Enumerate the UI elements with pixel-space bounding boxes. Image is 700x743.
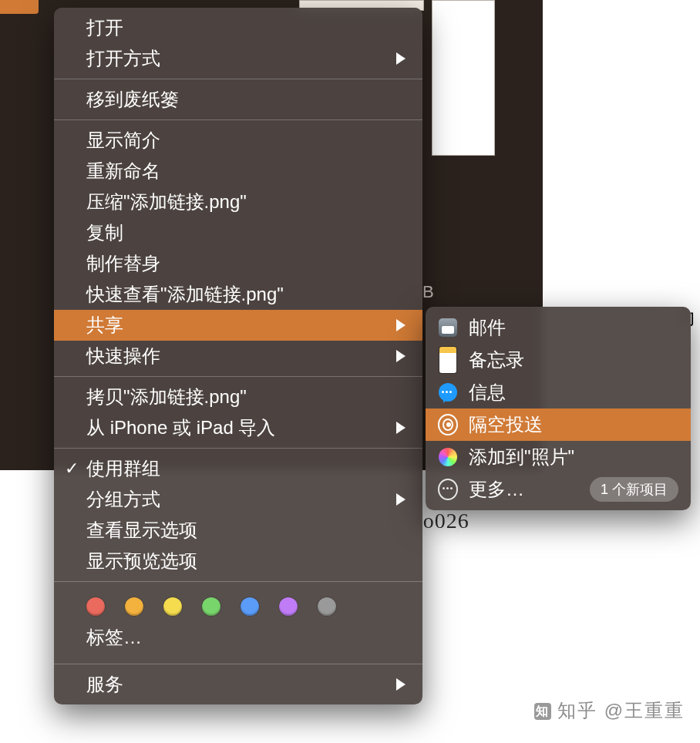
menu-tags[interactable]: 标签… bbox=[54, 620, 422, 659]
menu-group-by-label: 分组方式 bbox=[86, 487, 160, 512]
menu-import[interactable]: 从 iPhone 或 iPad 导入 bbox=[54, 412, 422, 443]
notes-icon bbox=[438, 350, 458, 370]
menu-alias-label: 制作替身 bbox=[86, 251, 160, 276]
menu-copy[interactable]: 拷贝"添加链接.png" bbox=[54, 382, 422, 412]
chevron-right-icon bbox=[396, 319, 406, 331]
menu-group-by[interactable]: 分组方式 bbox=[54, 484, 422, 515]
chevron-right-icon bbox=[396, 422, 406, 434]
finder-tag-dot[interactable] bbox=[125, 597, 143, 616]
menu-trash-label: 移到废纸篓 bbox=[86, 87, 179, 112]
menu-import-label: 从 iPhone 或 iPad 导入 bbox=[86, 415, 275, 440]
finder-tags-row bbox=[54, 587, 422, 620]
finder-tag-dot[interactable] bbox=[318, 597, 336, 616]
share-messages-label: 信息 bbox=[469, 380, 506, 405]
menu-quicklook-label: 快速查看"添加链接.png" bbox=[86, 282, 284, 307]
zhihu-logo-icon: 知 bbox=[534, 703, 551, 720]
menu-share[interactable]: 共享 bbox=[54, 310, 422, 341]
messages-icon bbox=[438, 382, 458, 402]
checkmark-icon: ✓ bbox=[65, 459, 79, 479]
menu-compress-label: 压缩"添加链接.png" bbox=[86, 190, 247, 214]
context-menu: 打开 打开方式 移到废纸篓 显示简介 重新命名 压缩"添加链接.png" 复制 … bbox=[54, 8, 422, 704]
share-notes[interactable]: 备忘录 bbox=[426, 344, 691, 376]
menu-use-groups-label: 使用群组 bbox=[86, 456, 160, 481]
menu-separator bbox=[54, 376, 422, 377]
share-airdrop-label: 隔空投送 bbox=[469, 412, 543, 437]
menu-rename[interactable]: 重新命名 bbox=[54, 156, 422, 187]
chevron-right-icon bbox=[396, 52, 406, 65]
chevron-right-icon bbox=[396, 493, 406, 506]
chevron-right-icon bbox=[396, 678, 406, 691]
menu-open-label: 打开 bbox=[86, 15, 123, 40]
menu-get-info-label: 显示简介 bbox=[86, 128, 160, 153]
photos-icon bbox=[438, 447, 458, 467]
new-items-badge: 1 个新项目 bbox=[590, 477, 678, 502]
share-more-label: 更多… bbox=[469, 477, 524, 502]
chevron-right-icon bbox=[396, 350, 406, 362]
finder-tag-dot[interactable] bbox=[202, 597, 220, 616]
menu-separator bbox=[54, 119, 422, 120]
share-photos-label: 添加到"照片" bbox=[469, 445, 574, 469]
menu-open[interactable]: 打开 bbox=[54, 12, 422, 43]
menu-separator bbox=[54, 448, 422, 449]
menu-alias[interactable]: 制作替身 bbox=[54, 248, 422, 279]
menu-quick-actions[interactable]: 快速操作 bbox=[54, 341, 422, 372]
more-icon bbox=[438, 479, 458, 499]
menu-tags-label: 标签… bbox=[86, 627, 142, 647]
share-mail[interactable]: 邮件 bbox=[426, 311, 691, 344]
menu-services[interactable]: 服务 bbox=[54, 669, 422, 700]
share-messages[interactable]: 信息 bbox=[426, 376, 691, 408]
background-text-io: io026 bbox=[416, 509, 469, 533]
mail-icon bbox=[438, 318, 458, 338]
finder-tag-dot[interactable] bbox=[163, 597, 182, 616]
watermark-text: 知乎 @王重重 bbox=[557, 700, 685, 721]
menu-get-info[interactable]: 显示简介 bbox=[54, 125, 422, 156]
size-label: B bbox=[422, 282, 434, 302]
share-photos[interactable]: 添加到"照片" bbox=[426, 441, 691, 473]
menu-compress[interactable]: 压缩"添加链接.png" bbox=[54, 187, 422, 217]
menu-separator bbox=[54, 664, 422, 664]
share-notes-label: 备忘录 bbox=[469, 348, 524, 372]
share-submenu: 邮件 备忘录 信息 隔空投送 添加到"照片" 更多… 1 个新项目 bbox=[426, 307, 691, 510]
menu-quicklook[interactable]: 快速查看"添加链接.png" bbox=[54, 279, 422, 310]
menu-view-options-label: 查看显示选项 bbox=[86, 518, 197, 543]
menu-preview-options[interactable]: 显示预览选项 bbox=[54, 546, 422, 577]
finder-tag-dot[interactable] bbox=[86, 597, 105, 616]
menu-open-with-label: 打开方式 bbox=[86, 46, 160, 71]
menu-use-groups[interactable]: ✓使用群组 bbox=[54, 453, 422, 484]
menu-duplicate[interactable]: 复制 bbox=[54, 217, 422, 248]
selected-thumbnail bbox=[0, 0, 39, 14]
share-airdrop[interactable]: 隔空投送 bbox=[426, 408, 691, 441]
menu-share-label: 共享 bbox=[86, 313, 123, 338]
airdrop-icon bbox=[438, 415, 458, 435]
share-mail-label: 邮件 bbox=[469, 315, 506, 340]
menu-duplicate-label: 复制 bbox=[86, 220, 123, 245]
menu-separator bbox=[54, 79, 422, 79]
menu-services-label: 服务 bbox=[86, 672, 123, 697]
thumbnail-file bbox=[432, 0, 495, 156]
menu-quick-actions-label: 快速操作 bbox=[86, 344, 160, 368]
menu-copy-label: 拷贝"添加链接.png" bbox=[86, 385, 247, 409]
finder-tag-dot[interactable] bbox=[241, 597, 259, 616]
menu-preview-options-label: 显示预览选项 bbox=[86, 549, 197, 573]
menu-trash[interactable]: 移到废纸篓 bbox=[54, 84, 422, 115]
menu-view-options[interactable]: 查看显示选项 bbox=[54, 515, 422, 546]
menu-rename-label: 重新命名 bbox=[86, 159, 160, 183]
share-more[interactable]: 更多… 1 个新项目 bbox=[426, 473, 691, 506]
menu-separator bbox=[54, 581, 422, 582]
watermark: 知知乎 @王重重 bbox=[534, 698, 685, 723]
menu-open-with[interactable]: 打开方式 bbox=[54, 43, 422, 74]
finder-tag-dot[interactable] bbox=[279, 597, 298, 616]
